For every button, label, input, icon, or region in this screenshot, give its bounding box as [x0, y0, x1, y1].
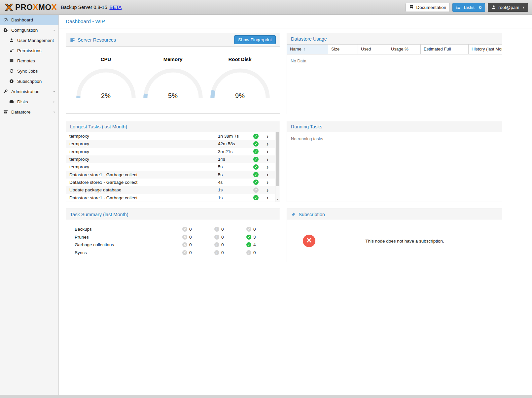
tachometer-icon [3, 17, 9, 22]
gauge-arc: 5% [142, 67, 204, 100]
subscription-header: Subscription [287, 209, 502, 220]
beta-link[interactable]: BETA [109, 5, 122, 10]
chevron-right-icon[interactable] [266, 134, 268, 139]
chevron-right-icon[interactable] [266, 164, 268, 170]
warning-circle-icon [214, 227, 219, 232]
running-tasks-panel: Running Tasks No running tasks [287, 121, 502, 202]
documentation-button[interactable]: Documentation [406, 3, 450, 12]
server-resources-panel: Server Resources Show Fingerprint CPU 2% [66, 33, 280, 114]
user-menu-button[interactable]: root@pam [488, 3, 528, 12]
chevron-right-icon[interactable] [266, 172, 268, 177]
task-summary-row-syncs: Syncs 0 0 0 [75, 249, 280, 257]
column-header-usage-[interactable]: Usage % [388, 45, 421, 54]
status-icon-ok [253, 134, 259, 139]
sidebar-item-dashboard[interactable]: Dashboard [0, 15, 58, 25]
status-icon-ok [253, 195, 259, 200]
longest-task-row[interactable]: Update package database 1s [66, 186, 275, 194]
unlock-icon [9, 48, 15, 53]
wrench-icon [3, 89, 9, 94]
warning-circle-icon [214, 250, 219, 255]
chevron-right-icon[interactable] [266, 195, 268, 200]
error-circle-icon [182, 235, 187, 240]
column-header-size[interactable]: Size [328, 45, 358, 54]
gauge-value: 9% [209, 92, 271, 100]
longest-task-row[interactable]: termproxy 5s [66, 163, 275, 171]
sidebar: Dashboard Configuration User Management … [0, 15, 59, 395]
longest-task-row[interactable]: termproxy 14s [66, 155, 275, 163]
running-tasks-empty: No running tasks [287, 132, 502, 202]
chevron-right-icon[interactable] [266, 149, 268, 154]
chevron-down-icon [53, 29, 56, 32]
chevron-right-icon[interactable] [266, 180, 268, 185]
panel-title: Server Resources [78, 37, 116, 43]
chevron-right-icon[interactable] [266, 157, 268, 162]
tasks-button[interactable]: Tasks 0 [452, 3, 485, 12]
top-header-bar: PROXMOX Backup Server 0.8-15 BETA Docume… [0, 0, 532, 15]
datastore-usage-header: Datastore Usage [287, 33, 502, 45]
chevron-down-icon [53, 90, 56, 93]
life-ring-icon [9, 79, 15, 84]
page-title: Dashboard - WIP [66, 18, 105, 24]
server-icon [9, 58, 15, 63]
running-tasks-header: Running Tasks [287, 121, 502, 132]
scrollbar-down-arrow[interactable] [275, 197, 280, 202]
proxmox-wordmark: PROXMOX [15, 3, 57, 12]
sidebar-item-sync-jobs[interactable]: Sync Jobs [0, 66, 58, 76]
chevron-down-icon [53, 111, 56, 114]
sidebar-item-administration[interactable]: Administration [0, 86, 58, 97]
status-icon-ok [253, 172, 259, 177]
error-circle-icon [182, 242, 187, 247]
scrollbar-thumb[interactable] [276, 132, 279, 186]
gauge-cpu: CPU 2% [72, 56, 139, 113]
longest-task-row[interactable]: termproxy 3m 21s [66, 148, 275, 155]
chevron-right-icon[interactable] [266, 187, 268, 193]
vertical-scrollbar[interactable] [275, 132, 280, 202]
status-icon-ok [253, 141, 259, 147]
task-summary-row-garbage-collections: Garbage collections 0 0 4 [75, 241, 280, 249]
task-summary-row-prunes: Prunes 0 0 3 [75, 233, 280, 241]
sidebar-item-configuration[interactable]: Configuration [0, 25, 58, 35]
sidebar-item-subscription[interactable]: Subscription [0, 76, 58, 86]
column-header-estimated-full[interactable]: Estimated Full [421, 45, 469, 54]
hdd-icon [9, 99, 15, 104]
archive-icon [3, 110, 9, 115]
show-fingerprint-button[interactable]: Show Fingerprint [234, 35, 276, 44]
column-header-name[interactable]: Name↑ [287, 45, 328, 54]
error-circle-icon [182, 227, 187, 232]
sidebar-item-disks[interactable]: Disks [0, 97, 58, 107]
column-header-history-last-month-[interactable]: History (last Month) [469, 45, 502, 54]
panel-title: Subscription [299, 212, 325, 217]
longest-task-row[interactable]: Datastore store1 - Garbage collect 5s [66, 171, 275, 178]
gauge-arc: 9% [209, 67, 271, 100]
longest-task-row[interactable]: Datastore store1 - Garbage collect 4s [66, 179, 275, 186]
status-icon-ok [253, 149, 259, 154]
sidebar-item-remotes[interactable]: Remotes [0, 56, 58, 66]
gauge-value: 5% [142, 92, 204, 100]
subscription-panel: Subscription This node does not have a s… [287, 209, 502, 262]
panel-title: Running Tasks [291, 124, 322, 129]
main-content: Dashboard - WIP Server Resources Show Fi… [59, 15, 532, 395]
panel-title: Datastore Usage [291, 36, 327, 42]
tasks-count-badge: 0 [479, 5, 482, 10]
column-header-used[interactable]: Used [358, 45, 388, 54]
longest-task-row[interactable]: termproxy 42m 58s [66, 140, 275, 148]
longest-tasks-header: Longest Tasks (last Month) [66, 121, 280, 132]
sidebar-item-user-management[interactable]: User Management [0, 35, 58, 46]
task-summary-panel: Task Summary (last Month) Backups 0 0 0 … [66, 209, 280, 262]
chevron-right-icon[interactable] [266, 141, 268, 147]
longest-task-row[interactable]: Datastore store1 - Garbage collect 1s [66, 194, 275, 201]
user-icon [491, 5, 496, 10]
warning-circle-icon [214, 235, 219, 240]
book-icon [409, 5, 414, 10]
check-circle-icon [246, 227, 251, 232]
horizontal-scrollbar-track[interactable] [0, 395, 532, 398]
sidebar-item-datastore[interactable]: Datastore [0, 107, 58, 117]
datastore-usage-column-headers: Name↑ Size Used Usage % Estimated Full H… [287, 45, 502, 54]
longest-task-row[interactable]: termproxy 1h 38m 7s [66, 132, 275, 140]
sidebar-item-permissions[interactable]: Permissions [0, 46, 58, 56]
gauge-memory: Memory 5% [139, 56, 206, 113]
task-summary-header: Task Summary (last Month) [66, 209, 280, 220]
datastore-usage-panel: Datastore Usage Name↑ Size Used Usage % … [287, 33, 502, 114]
user-icon [9, 38, 15, 43]
gears-icon [3, 28, 9, 33]
